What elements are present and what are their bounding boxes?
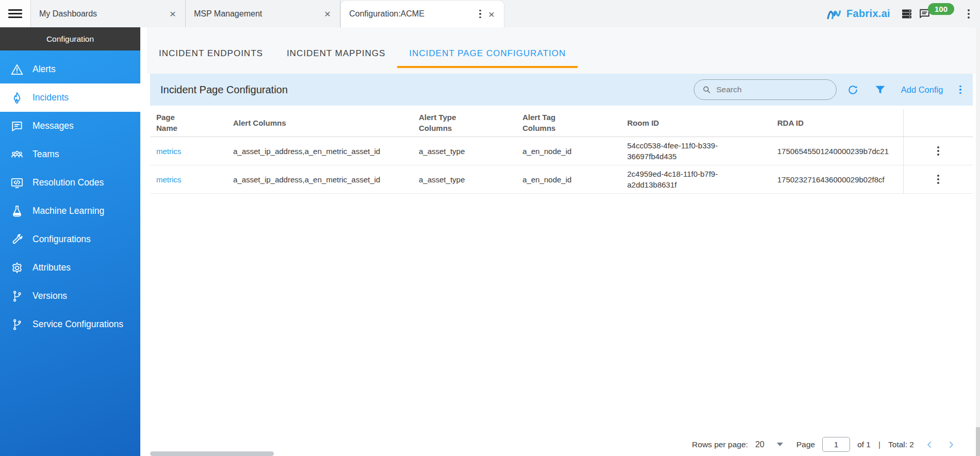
page-label: Page: [796, 440, 815, 449]
server-stack-icon[interactable]: [901, 8, 913, 20]
column-header-alert-type-columns: Alert Type Columns: [413, 109, 516, 137]
incident-tabs: INCIDENT ENDPOINTS INCIDENT MAPPINGS INC…: [147, 27, 980, 74]
sidebar: Configuration Alerts Incidents Messages: [0, 27, 140, 456]
page-of-label: of 1: [857, 440, 871, 449]
sidebar-title: Configuration: [0, 27, 140, 50]
page-name-link[interactable]: metrics: [156, 175, 181, 184]
sidebar-item-label: Teams: [32, 149, 59, 160]
column-header-alert-tag-columns: Alert Tag Columns: [516, 109, 621, 137]
sidebar-item-label: Attributes: [32, 262, 71, 273]
sidebar-item-incidents[interactable]: Incidents: [0, 83, 140, 112]
branch-icon: [10, 290, 24, 303]
people-icon: [10, 148, 24, 161]
top-bar: My Dashboards × MSP Management × Configu…: [0, 0, 980, 27]
row-actions-kebab-icon[interactable]: [935, 173, 941, 185]
column-header-page-name: Page Name: [150, 109, 227, 137]
rows-per-page-label: Rows per page:: [692, 440, 748, 449]
workspace-tab-configuration-acme[interactable]: Configuration:ACME ×: [340, 0, 504, 27]
sidebar-item-label: Machine Learning: [32, 206, 104, 216]
topbar-right-cluster: Fabrix.ai 100: [827, 0, 980, 27]
alert-triangle-icon: [10, 63, 24, 76]
close-icon[interactable]: ×: [169, 8, 177, 19]
room-id-value: 54cc0538-4fee-11f0-b339-36697fb4d435: [621, 137, 771, 165]
sidebar-item-teams[interactable]: Teams: [0, 140, 140, 168]
table-header-row: Page Name Alert Columns Alert Type Colum…: [150, 109, 973, 137]
search-box[interactable]: [694, 79, 837, 100]
sidebar-item-label: Versions: [32, 291, 67, 301]
sidebar-item-label: Alerts: [32, 64, 56, 75]
previous-page-icon[interactable]: [924, 440, 935, 450]
rows-per-page-caret-icon[interactable]: [777, 443, 783, 446]
flask-icon: [10, 205, 24, 218]
notification-count-badge[interactable]: 100: [928, 3, 954, 15]
page-name-link[interactable]: metrics: [156, 147, 181, 156]
tab-label: Configuration:ACME: [349, 9, 473, 19]
column-header-actions: [903, 109, 973, 137]
row-actions-kebab-icon[interactable]: [935, 144, 941, 157]
alert-tag-columns-value: a_en_node_id: [516, 171, 621, 188]
sidebar-item-service-configurations[interactable]: Service Configurations: [0, 310, 140, 339]
search-icon: [701, 85, 712, 95]
vertical-scrollbar-track[interactable]: [976, 27, 980, 456]
pagination-bar: Rows per page: 20 Page of 1 | Total: 2: [692, 437, 956, 452]
rda-id-value: 17506545501240000239b7dc21: [771, 143, 903, 160]
alert-type-columns-value: a_asset_type: [413, 143, 516, 160]
tab-label: My Dashboards: [39, 9, 165, 19]
sidebar-item-label: Resolution Codes: [32, 177, 104, 188]
refresh-icon[interactable]: [846, 83, 859, 96]
flame-icon: [10, 91, 24, 105]
brand-name: Fabrix.ai: [846, 8, 890, 20]
sidebar-item-versions[interactable]: Versions: [0, 282, 140, 310]
next-page-icon[interactable]: [946, 440, 956, 450]
page-number-input[interactable]: [822, 437, 850, 452]
sidebar-item-messages[interactable]: Messages: [0, 112, 140, 140]
topbar-kebab-icon[interactable]: [966, 7, 972, 21]
rda-id-value: 1750232716436000029b02f8cf: [771, 171, 903, 188]
total-count-label: Total: 2: [888, 440, 914, 449]
gear-icon: [10, 261, 24, 275]
wrench-icon: [10, 233, 24, 246]
rows-per-page-value[interactable]: 20: [755, 440, 764, 449]
sidebar-item-alerts[interactable]: Alerts: [0, 55, 140, 83]
main-content: INCIDENT ENDPOINTS INCIDENT MAPPINGS INC…: [147, 27, 980, 456]
tab-incident-mappings[interactable]: INCIDENT MAPPINGS: [275, 48, 397, 68]
sidebar-item-attributes[interactable]: Attributes: [0, 254, 140, 282]
tab-kebab-icon[interactable]: [477, 8, 483, 21]
close-icon[interactable]: ×: [487, 9, 496, 20]
alert-tag-columns-value: a_en_node_id: [516, 143, 621, 160]
sidebar-nav: Alerts Incidents Messages Teams: [0, 50, 140, 339]
sidebar-item-machine-learning[interactable]: Machine Learning: [0, 197, 140, 225]
panel-header: Incident Page Configuration Add Config: [150, 74, 973, 106]
workspace-tab-msp-management[interactable]: MSP Management ×: [186, 0, 340, 27]
tab-incident-endpoints[interactable]: INCIDENT ENDPOINTS: [147, 48, 275, 68]
workspace-tab-my-dashboards[interactable]: My Dashboards ×: [31, 0, 186, 27]
sidebar-item-label: Configurations: [32, 234, 91, 245]
tab-incident-page-configuration[interactable]: INCIDENT PAGE CONFIGURATION: [397, 48, 578, 68]
code-screen-icon: [10, 176, 24, 190]
sidebar-item-label: Incidents: [32, 92, 69, 103]
sidebar-item-configurations[interactable]: Configurations: [0, 225, 140, 254]
fabrix-logo-icon: [827, 8, 843, 20]
sidebar-item-resolution-codes[interactable]: Resolution Codes: [0, 168, 140, 197]
alert-type-columns-value: a_asset_type: [413, 171, 516, 188]
column-header-room-id: Room ID: [621, 114, 771, 131]
branch-icon: [10, 318, 24, 331]
column-header-alert-columns: Alert Columns: [227, 114, 413, 131]
panel-kebab-icon[interactable]: [957, 83, 963, 96]
sidebar-item-label: Messages: [32, 121, 74, 131]
filter-icon[interactable]: [874, 83, 887, 96]
page-title: Incident Page Configuration: [160, 84, 288, 96]
room-id-value: 2c4959ed-4c18-11f0-b7f9-a2dd13b8631f: [621, 165, 771, 193]
close-icon[interactable]: ×: [323, 8, 332, 19]
alert-columns-value: a_asset_ip_address,a_en_metric_asset_id: [227, 143, 413, 160]
sidebar-item-label: Service Configurations: [32, 319, 123, 330]
alert-columns-value: a_asset_ip_address,a_en_metric_asset_id: [227, 171, 413, 188]
vertical-scrollbar-thumb[interactable]: [976, 427, 980, 456]
add-config-button[interactable]: Add Config: [901, 85, 943, 95]
search-input[interactable]: [716, 85, 829, 94]
horizontal-scrollbar-thumb[interactable]: [150, 451, 274, 456]
pagination-divider: |: [878, 440, 880, 449]
message-icon: [10, 120, 24, 133]
menu-icon[interactable]: [0, 0, 31, 27]
table-row: metrics a_asset_ip_address,a_en_metric_a…: [150, 165, 973, 194]
